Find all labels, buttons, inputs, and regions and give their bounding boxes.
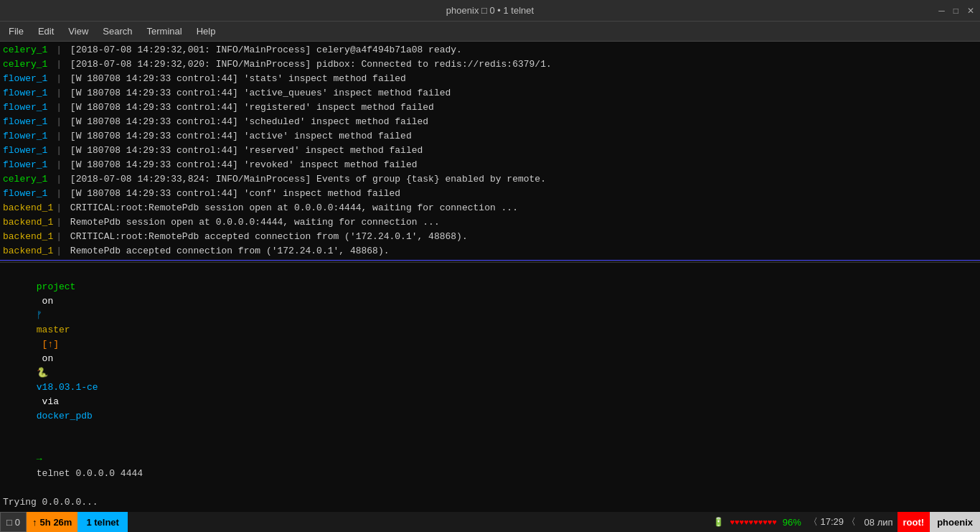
log-line-8: flower_1 | [W 180708 14:29:33 control:44… — [3, 158, 977, 172]
date-display: 08 лип — [860, 517, 897, 528]
shell-trying: Trying 0.0.0.0... — [3, 495, 977, 510]
proc-label: flower_1 — [3, 86, 53, 101]
pipe-separator: | — [56, 244, 62, 258]
proc-label: celery_1 — [3, 43, 53, 57]
window-label: 1 telnet — [86, 517, 119, 528]
menu-terminal[interactable]: Terminal — [141, 24, 188, 38]
log-line-14: backend_1| RemotePdb accepted connection… — [3, 244, 977, 258]
hostname-label: phoenix — [937, 517, 973, 528]
root-label: root! — [903, 517, 925, 528]
pipe-separator: | — [56, 172, 62, 187]
log-line-7: flower_1 | [W 180708 14:29:33 control:44… — [3, 144, 977, 158]
maximize-button[interactable]: □ — [953, 6, 958, 16]
log-text: [W 180708 14:29:33 control:44] 'revoked'… — [65, 158, 417, 172]
uptime-badge: ↑ 5h 26m — [27, 512, 77, 532]
window-title: phoenix □ 0 • 1 telnet — [446, 5, 534, 16]
log-pane: celery_1 | [2018-07-08 14:29:32,001: INF… — [0, 42, 980, 260]
tmux-indicator: □ 0 — [0, 512, 27, 532]
log-line-1: celery_1 | [2018-07-08 14:29:32,020: INF… — [3, 57, 977, 72]
hearts-indicator: ♥♥♥♥♥♥♥♥♥♥ — [727, 518, 779, 526]
proc-label: flower_1 — [3, 144, 53, 158]
log-text: [2018-07-08 14:29:32,001: INFO/MainProce… — [65, 43, 462, 57]
pipe-separator: | — [56, 43, 62, 57]
title-bar: phoenix □ 0 • 1 telnet ─ □ ✕ — [0, 0, 980, 22]
proc-label: backend_1 — [3, 215, 53, 230]
time-angle: 〈 17:29 〈 — [804, 515, 860, 528]
proc-label: flower_1 — [3, 187, 53, 201]
proc-label: celery_1 — [3, 57, 53, 72]
pipe-separator: | — [56, 129, 62, 144]
log-line-13: backend_1| CRITICAL:root:RemotePdb accep… — [3, 230, 977, 244]
pipe-separator: | — [56, 72, 62, 86]
menu-search[interactable]: Search — [97, 24, 138, 38]
menu-file[interactable]: File — [3, 24, 29, 38]
log-text: CRITICAL:root:RemotePdb accepted connect… — [65, 230, 468, 244]
log-text: [2018-07-08 14:29:33,824: INFO/MainProce… — [65, 172, 546, 187]
log-text: [W 180708 14:29:33 control:44] 'active_q… — [65, 86, 451, 101]
log-line-6: flower_1 | [W 180708 14:29:33 control:44… — [3, 129, 977, 144]
tmux-window-zero: 0 — [15, 517, 20, 528]
close-button[interactable]: ✕ — [967, 6, 974, 16]
log-line-2: flower_1 | [W 180708 14:29:33 control:44… — [3, 72, 977, 86]
proc-label: backend_1 — [3, 244, 53, 258]
log-line-4: flower_1 | [W 180708 14:29:33 control:44… — [3, 101, 977, 115]
pipe-separator: | — [56, 187, 62, 201]
pipe-separator: | — [56, 57, 62, 72]
log-text: [W 180708 14:29:33 control:44] 'active' … — [65, 129, 412, 144]
menu-edit[interactable]: Edit — [32, 24, 60, 38]
pipe-separator: | — [56, 144, 62, 158]
menu-help[interactable]: Help — [191, 24, 222, 38]
log-text: [W 180708 14:29:33 control:44] 'register… — [65, 101, 434, 115]
shell-prompt-line: project on ᚠ master [↑] on 🐍 v18.03.1-ce… — [3, 266, 977, 438]
log-text: [W 180708 14:29:33 control:44] 'schedule… — [65, 115, 428, 129]
status-bar: □ 0 ↑ 5h 26m 1 telnet 🔋 ♥♥♥♥♥♥♥♥♥♥ 96% 〈… — [0, 512, 980, 532]
pipe-separator: | — [56, 115, 62, 129]
terminal-area[interactable]: celery_1 | [2018-07-08 14:29:32,001: INF… — [0, 42, 980, 512]
pipe-separator: | — [56, 101, 62, 115]
proc-label: backend_1 — [3, 201, 53, 215]
log-line-3: flower_1 | [W 180708 14:29:33 control:44… — [3, 86, 977, 101]
proc-label: flower_1 — [3, 101, 53, 115]
battery-percent: 96% — [780, 517, 804, 528]
log-text: RemotePdb session open at 0.0.0.0:4444, … — [65, 215, 440, 230]
log-line-0: celery_1 | [2018-07-08 14:29:32,001: INF… — [3, 43, 977, 57]
log-text: [W 180708 14:29:33 control:44] 'conf' in… — [65, 187, 400, 201]
hostname-badge: phoenix — [930, 512, 980, 532]
active-window-badge[interactable]: 1 telnet — [77, 512, 128, 532]
pipe-separator: | — [56, 215, 62, 230]
battery-icon: 🔋 — [710, 517, 727, 527]
log-line-12: backend_1| RemotePdb session open at 0.0… — [3, 215, 977, 230]
log-line-11: backend_1| CRITICAL:root:RemotePdb sessi… — [3, 201, 977, 215]
shell-telnet-cmd: → telnet 0.0.0.0 4444 — [3, 438, 977, 495]
tmux-prefix-icon: □ — [6, 517, 12, 528]
proc-label: celery_1 — [3, 172, 53, 187]
log-text: RemotePdb accepted connection from ('172… — [65, 244, 389, 258]
prompt-project: project — [37, 281, 76, 292]
shell-pane[interactable]: project on ᚠ master [↑] on 🐍 v18.03.1-ce… — [0, 263, 980, 512]
root-badge: root! — [897, 512, 930, 532]
pipe-separator: | — [56, 86, 62, 101]
uptime-value: 5h 26m — [40, 517, 72, 528]
log-line-10: flower_1 | [W 180708 14:29:33 control:44… — [3, 187, 977, 201]
pipe-separator: | — [56, 201, 62, 215]
log-text: CRITICAL:root:RemotePdb session open at … — [65, 201, 518, 215]
proc-label: flower_1 — [3, 129, 53, 144]
proc-label: flower_1 — [3, 115, 53, 129]
pipe-separator: | — [56, 230, 62, 244]
pipe-separator: | — [56, 158, 62, 172]
up-arrow-icon: ↑ — [32, 517, 37, 528]
menu-view[interactable]: View — [62, 24, 94, 38]
proc-label: backend_1 — [3, 230, 53, 244]
proc-label: flower_1 — [3, 72, 53, 86]
log-text: [W 180708 14:29:33 control:44] 'reserved… — [65, 144, 423, 158]
menu-bar: File Edit View Search Terminal Help — [0, 22, 980, 42]
log-line-5: flower_1 | [W 180708 14:29:33 control:44… — [3, 115, 977, 129]
log-text: [W 180708 14:29:33 control:44] 'stats' i… — [65, 72, 406, 86]
log-text: [2018-07-08 14:29:32,020: INFO/MainProce… — [65, 57, 552, 72]
log-line-9: celery_1 | [2018-07-08 14:29:33,824: INF… — [3, 172, 977, 187]
proc-label: flower_1 — [3, 158, 53, 172]
minimize-button[interactable]: ─ — [938, 6, 945, 16]
